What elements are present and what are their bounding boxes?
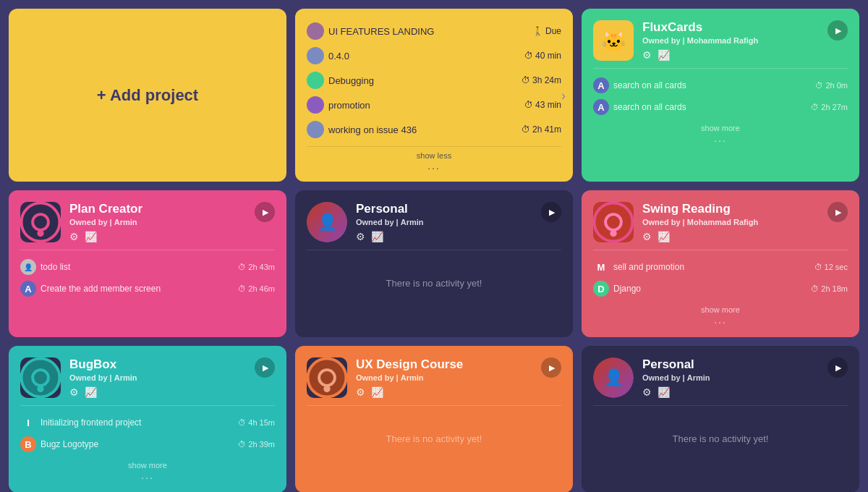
settings-icon[interactable]: ⚙ xyxy=(642,386,652,398)
personal-card-2: 👤 Personal Owned by | Armin ⚙ 📈 There is… xyxy=(582,346,859,492)
play-button[interactable] xyxy=(827,202,848,222)
chart-icon[interactable]: 📈 xyxy=(371,231,383,242)
play-button[interactable] xyxy=(827,357,848,378)
task-item: Debugging ⏱ 3h 24m xyxy=(307,68,561,93)
clock-icon: ⏱ xyxy=(238,418,246,427)
settings-icon[interactable]: ⚙ xyxy=(69,231,79,242)
task-list: UI FEATURES LANDING 🚶 Due 0.4.0 ⏱ 40 min xyxy=(307,19,561,142)
clock-icon: ⏱ xyxy=(238,440,246,449)
show-less-dots: ... xyxy=(427,160,441,171)
swing-reading-card: Swing Reading Owned by | Mohammad Rafigh… xyxy=(582,190,859,337)
card-owner: Owned by | Armin xyxy=(356,218,561,226)
clock-icon: ⏱ xyxy=(815,81,823,90)
play-button[interactable] xyxy=(827,20,848,41)
chart-icon[interactable]: 📈 xyxy=(658,231,670,242)
avatar: A xyxy=(593,77,609,93)
activity-time: ⏱ 2h 18m xyxy=(811,284,848,293)
plan-creator-logo xyxy=(20,202,61,242)
chart-icon[interactable]: 📈 xyxy=(85,386,97,398)
no-activity-message: There is no activity yet! xyxy=(307,412,561,466)
activity-name: todo list xyxy=(41,262,70,272)
divider xyxy=(307,146,561,147)
task-item: promotion ⏱ 43 min xyxy=(307,93,561,117)
activity-left: I Initializing frontend project xyxy=(20,415,238,430)
task-time: 🚶 Due xyxy=(532,26,561,36)
add-project-label: + Add project xyxy=(97,86,198,105)
play-button[interactable] xyxy=(255,357,275,378)
svg-point-11 xyxy=(323,386,330,392)
card-header: BugBox Owned by | Armin ⚙ 📈 xyxy=(20,357,275,398)
card-icons: ⚙ 📈 xyxy=(642,231,848,242)
card-title: UX Design Course xyxy=(356,357,561,372)
activity-time: ⏱ 2h 0m xyxy=(815,81,848,90)
svg-point-2 xyxy=(37,230,43,237)
clock-icon: ⏱ xyxy=(524,51,533,61)
activity-item: 👤 todo list ⏱ 2h 43m xyxy=(20,256,275,278)
fluxcards-card: 🐱 FluxCards Owned by | Mohammad Rafigh ⚙… xyxy=(582,9,859,182)
project-grid: + Add project UI FEATURES LANDING 🚶 Due … xyxy=(9,9,859,492)
card-owner: Owned by | Mohammad Rafigh xyxy=(642,218,848,226)
divider xyxy=(20,250,275,250)
show-more-button[interactable]: show more ... xyxy=(20,461,275,481)
settings-icon[interactable]: ⚙ xyxy=(642,231,652,242)
card-owner: Owned by | Armin xyxy=(356,373,561,382)
settings-icon[interactable]: ⚙ xyxy=(356,231,365,242)
card-icons: ⚙ 📈 xyxy=(69,231,275,242)
show-more-dots: ... xyxy=(141,470,154,481)
settings-icon[interactable]: ⚙ xyxy=(642,49,652,61)
show-more-dots: ... xyxy=(714,132,727,144)
activity-name: Bugz Logotype xyxy=(41,439,98,449)
show-less-button[interactable]: show less ... xyxy=(307,151,561,171)
card-icons: ⚙ 📈 xyxy=(356,231,561,242)
show-less-label: show less xyxy=(417,151,451,160)
card-owner: Owned by | Armin xyxy=(69,218,275,226)
clock-icon: ⏱ xyxy=(814,263,822,271)
activity-time: ⏱ 2h 27m xyxy=(811,103,848,111)
play-button[interactable] xyxy=(255,202,275,222)
activity-time: ⏱ 2h 39m xyxy=(238,440,275,449)
chart-icon[interactable]: 📈 xyxy=(658,49,670,61)
activity-left: A search on all cards xyxy=(593,99,811,115)
show-more-label: show more xyxy=(128,461,167,470)
activity-name: search on all cards xyxy=(613,102,686,112)
chart-icon[interactable]: 📈 xyxy=(371,386,383,398)
card-header: Plan Creator Owned by | Armin ⚙ 📈 xyxy=(20,202,275,242)
clock-icon: ⏱ xyxy=(811,284,819,293)
card-title-group: Personal Owned by | Armin ⚙ 📈 xyxy=(642,357,848,398)
activity-time: ⏱ 12 sec xyxy=(814,263,848,271)
card-header: 🐱 FluxCards Owned by | Mohammad Rafigh ⚙… xyxy=(593,20,848,61)
card-icons: ⚙ 📈 xyxy=(642,49,848,61)
activity-name: search on all cards xyxy=(613,80,686,90)
task-name: working on issue 436 xyxy=(328,124,417,135)
svg-point-8 xyxy=(37,386,43,392)
ux-design-logo xyxy=(307,357,347,398)
card-icons: ⚙ 📈 xyxy=(69,386,275,398)
activity-left: 👤 todo list xyxy=(20,259,238,275)
show-more-button[interactable]: show more ... xyxy=(593,305,848,326)
arrow-icon: › xyxy=(561,88,566,103)
settings-icon[interactable]: ⚙ xyxy=(356,386,365,398)
personal-card-1: 👤 Personal Owned by | Armin ⚙ 📈 There is… xyxy=(295,190,573,337)
avatar: D xyxy=(593,281,609,297)
swing-reading-logo xyxy=(593,202,634,242)
show-more-button[interactable]: show more ... xyxy=(593,124,848,144)
settings-icon[interactable]: ⚙ xyxy=(69,386,79,398)
plan-creator-card: Plan Creator Owned by | Armin ⚙ 📈 👤 todo… xyxy=(9,190,286,337)
chart-icon[interactable]: 📈 xyxy=(658,386,670,398)
bugbox-card: BugBox Owned by | Armin ⚙ 📈 I Initializi… xyxy=(9,346,286,492)
ux-design-card: UX Design Course Owned by | Armin ⚙ 📈 Th… xyxy=(295,346,573,492)
card-title: BugBox xyxy=(69,357,275,372)
play-button[interactable] xyxy=(541,357,561,378)
show-more-dots: ... xyxy=(714,314,727,326)
activity-item: M sell and promotion ⏱ 12 sec xyxy=(593,256,848,278)
play-button[interactable] xyxy=(541,202,561,222)
card-header: 👤 Personal Owned by | Armin ⚙ 📈 xyxy=(307,202,561,242)
activity-time: ⏱ 2h 46m xyxy=(238,284,275,293)
divider xyxy=(20,405,275,406)
task-item: UI FEATURES LANDING 🚶 Due xyxy=(307,19,561,43)
activity-time: ⏱ 4h 15m xyxy=(238,418,275,427)
add-project-card[interactable]: + Add project xyxy=(9,9,286,182)
task-time: ⏱ 3h 24m xyxy=(522,75,561,85)
task-item: working on issue 436 ⏱ 2h 41m xyxy=(307,117,561,142)
chart-icon[interactable]: 📈 xyxy=(85,231,97,242)
